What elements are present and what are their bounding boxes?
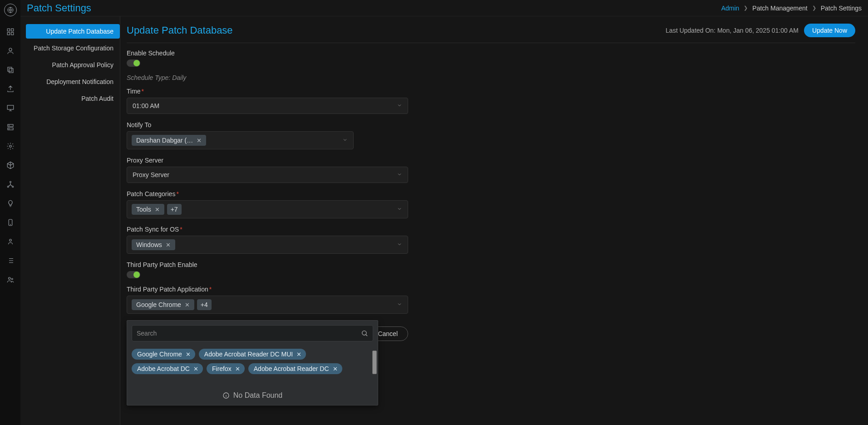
breadcrumb: Admin ❯ Patch Management ❯ Patch Setting…	[721, 5, 862, 12]
divider	[127, 43, 855, 43]
notify-to-tag: Darshan Dabgar (… ✕	[132, 135, 206, 146]
sidenav-deployment-notification[interactable]: Deployment Notification	[26, 74, 120, 89]
user-icon[interactable]	[5, 45, 16, 56]
svg-point-19	[9, 239, 11, 242]
proxy-server-value: Proxy Server	[133, 171, 169, 178]
dropdown-scrollbar[interactable]	[372, 351, 377, 374]
search-icon	[361, 330, 368, 337]
sidenav-patch-audit[interactable]: Patch Audit	[26, 91, 120, 106]
page-title: Patch Settings	[27, 2, 91, 14]
close-icon[interactable]: ✕	[193, 366, 198, 372]
patch-categories-label: Patch Categories*	[127, 190, 408, 198]
people-icon[interactable]	[5, 274, 16, 285]
dashboard-icon[interactable]	[5, 26, 16, 37]
third-party-app-label: Third Party Patch Application*	[127, 286, 408, 293]
person-icon[interactable]	[5, 236, 16, 247]
third-party-enable-toggle[interactable]	[127, 271, 140, 278]
third-party-enable-label: Third Party Patch Enable	[127, 261, 408, 268]
chevron-down-icon	[397, 102, 402, 109]
svg-rect-2	[11, 29, 13, 31]
svg-point-12	[9, 128, 9, 129]
enable-schedule-toggle[interactable]	[127, 59, 140, 67]
svg-rect-3	[7, 33, 10, 35]
patch-categories-select[interactable]: Tools ✕ +7	[127, 200, 408, 218]
dropdown-pill: Adobe Acrobat Reader DC MUI✕	[199, 349, 306, 360]
close-icon[interactable]: ✕	[235, 366, 240, 372]
dropdown-pill: Adobe Acrobat DC✕	[132, 363, 203, 374]
close-icon[interactable]: ✕	[166, 242, 171, 248]
svg-rect-4	[11, 33, 13, 35]
patch-sync-os-tag: Windows ✕	[132, 239, 175, 250]
monitor-icon[interactable]	[5, 103, 16, 114]
svg-point-22	[362, 331, 366, 335]
content-area: Update Patch Database Last Updated On: M…	[120, 16, 868, 425]
breadcrumb-admin[interactable]: Admin	[721, 5, 740, 12]
svg-point-14	[10, 181, 11, 183]
last-updated-label: Last Updated On: Mon, Jan 06, 2025 01:00…	[666, 27, 799, 34]
schedule-type-text: Schedule Type: Daily	[127, 74, 855, 81]
dropdown-pill: Google Chrome✕	[132, 349, 195, 360]
app-logo[interactable]	[4, 4, 17, 16]
svg-point-11	[9, 125, 9, 126]
dropdown-search-input[interactable]	[137, 330, 361, 337]
chevron-down-icon	[397, 171, 402, 178]
svg-rect-7	[8, 67, 12, 71]
server-icon[interactable]	[5, 122, 16, 133]
third-party-app-dropdown: Google Chrome✕ Adobe Acrobat Reader DC M…	[127, 320, 378, 405]
sidenav-patch-approval-policy[interactable]: Patch Approval Policy	[26, 58, 120, 72]
sidenav-patch-storage-configuration[interactable]: Patch Storage Configuration	[26, 41, 120, 55]
device-icon[interactable]	[5, 217, 16, 228]
update-now-button[interactable]: Update Now	[804, 24, 855, 37]
svg-rect-9	[8, 124, 13, 127]
chevron-down-icon	[342, 137, 348, 144]
close-icon[interactable]: ✕	[185, 302, 190, 308]
dropdown-search-box[interactable]	[132, 325, 373, 341]
list-icon[interactable]	[5, 255, 16, 266]
svg-rect-1	[7, 29, 10, 31]
svg-point-21	[11, 278, 13, 280]
upload-icon[interactable]	[5, 84, 16, 94]
svg-rect-10	[8, 128, 13, 130]
close-icon[interactable]: ✕	[333, 366, 338, 372]
topbar: Patch Settings Admin ❯ Patch Management …	[20, 0, 868, 16]
third-party-app-extra[interactable]: +4	[197, 299, 212, 310]
third-party-app-select[interactable]: Google Chrome ✕ +4	[127, 296, 408, 314]
time-value: 01:00 AM	[133, 102, 159, 109]
patch-categories-tag: Tools ✕	[132, 204, 164, 215]
chevron-right-icon: ❯	[812, 5, 816, 11]
patch-categories-extra[interactable]: +7	[167, 204, 182, 215]
breadcrumb-patch-management[interactable]: Patch Management	[752, 5, 807, 12]
dropdown-no-data: No Data Found	[127, 379, 378, 405]
svg-point-20	[8, 277, 10, 280]
third-party-app-tag: Google Chrome ✕	[132, 299, 194, 310]
chevron-right-icon: ❯	[744, 5, 748, 11]
enable-schedule-label: Enable Schedule	[127, 49, 408, 57]
svg-point-13	[9, 145, 11, 148]
side-nav: Update Patch Database Patch Storage Conf…	[20, 16, 120, 425]
notify-to-label: Notify To	[127, 121, 408, 128]
dropdown-pill: Adobe Acrobat Reader DC✕	[248, 363, 342, 374]
notify-to-select[interactable]: Darshan Dabgar (… ✕	[127, 131, 354, 149]
svg-rect-6	[9, 69, 13, 73]
dropdown-selected-row: Google Chrome✕ Adobe Acrobat Reader DC M…	[127, 346, 378, 379]
sidenav-update-patch-database[interactable]: Update Patch Database	[26, 24, 120, 39]
breadcrumb-patch-settings: Patch Settings	[821, 5, 862, 12]
info-icon	[222, 392, 230, 399]
proxy-server-label: Proxy Server	[127, 157, 408, 164]
close-icon[interactable]: ✕	[186, 351, 191, 357]
gear-icon[interactable]	[5, 141, 16, 152]
close-icon[interactable]: ✕	[155, 207, 160, 212]
svg-point-5	[9, 48, 12, 51]
patch-sync-os-select[interactable]: Windows ✕	[127, 236, 408, 254]
proxy-server-select[interactable]: Proxy Server	[127, 167, 408, 183]
time-select[interactable]: 01:00 AM	[127, 98, 408, 114]
close-icon[interactable]: ✕	[296, 351, 301, 357]
chevron-down-icon	[397, 241, 402, 248]
cube-icon[interactable]	[5, 160, 16, 171]
close-icon[interactable]: ✕	[197, 138, 202, 143]
idea-icon[interactable]	[5, 198, 16, 209]
patch-sync-os-label: Patch Sync for OS*	[127, 226, 408, 233]
svg-rect-8	[7, 105, 14, 109]
copy-icon[interactable]	[5, 64, 16, 75]
network-icon[interactable]	[5, 179, 16, 190]
